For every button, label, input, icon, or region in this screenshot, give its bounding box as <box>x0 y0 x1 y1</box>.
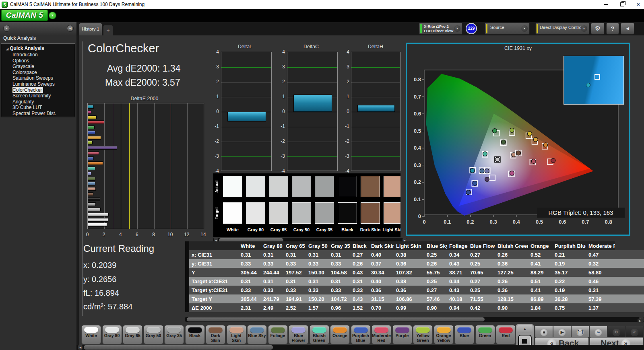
sidebar-item-screen-uniformity[interactable]: Screen Uniformity <box>1 93 75 99</box>
sidebar-item-introduction[interactable]: Introduction <box>1 52 75 58</box>
pattern-button-label: Gray 80 <box>103 334 122 338</box>
table-scrollbar[interactable]: ▶ <box>185 317 644 322</box>
cell: 2.31 <box>238 303 261 312</box>
pattern-button-gray-35[interactable]: Gray 35 <box>164 325 184 344</box>
stop-button[interactable]: ■ <box>535 326 553 337</box>
settings-button[interactable]: ⚙ <box>591 23 605 35</box>
color-chip <box>208 327 223 333</box>
scroll-thumb[interactable] <box>187 317 485 321</box>
pattern-button-light-skin[interactable]: Light Skin <box>227 325 246 344</box>
meter-dropdown[interactable]: X-Rite i1Pro 2 LCD Direct View ▼ <box>419 23 462 35</box>
pattern-button-blue-flower[interactable]: Blue Flower <box>289 325 308 344</box>
cell: 128.15 <box>495 294 528 303</box>
cell: 0.33 <box>261 259 283 268</box>
deltae-chart-title: DeltaE 2000 <box>85 96 204 101</box>
pattern-button-purple[interactable]: Purple <box>392 325 412 344</box>
pattern-button-moderate-red[interactable]: Moderate Red <box>372 325 391 344</box>
pattern-button-label: Green <box>476 334 495 338</box>
pattern-button-orange-yellow[interactable]: Orange Yellow <box>434 325 454 344</box>
gridline <box>351 82 400 82</box>
cell: 0.26 <box>350 259 369 268</box>
pattern-button-gray-65[interactable]: Gray 65 <box>123 325 142 344</box>
cell: 0.43 <box>350 294 369 303</box>
minimize-button[interactable] <box>604 4 608 5</box>
sidebar-item-angularity[interactable]: Angularity <box>1 99 75 105</box>
pattern-button-dark-skin[interactable]: Dark Skin <box>206 325 225 344</box>
window-title: CalMAN 5 CalMAN Ultimate for Business 10… <box>10 2 144 7</box>
meter-count-badge[interactable]: 229 <box>466 23 477 34</box>
sidebar-item-luminance-sweeps[interactable]: Luminance Sweeps <box>1 81 75 87</box>
cell: 0.27 <box>468 277 495 286</box>
pattern-button-gray-80[interactable]: Gray 80 <box>102 325 122 344</box>
pattern-button-red[interactable]: Red <box>496 325 516 344</box>
sidebar-title: Quick Analysis <box>3 35 36 41</box>
close-button[interactable]: × <box>636 0 640 8</box>
color-chip <box>167 327 181 333</box>
measurement-transport: ■▶[··]∞↻✓ <box>535 326 644 337</box>
button-row-scroll-right[interactable]: ▶ <box>638 319 643 323</box>
pattern-button-blue-sky[interactable]: Blue Sky <box>247 325 267 344</box>
sidebar-item-3d-cube-lut[interactable]: 3D Cube LUT <box>1 105 75 111</box>
pattern-button-yellow-green[interactable]: Yellow Green <box>413 325 433 344</box>
table-row-x-cie31: x: CIE310.310.310.310.310.310.270.400.38… <box>185 250 644 259</box>
pattern-button-purplish-blue[interactable]: Purplish Blue <box>351 325 371 344</box>
measured-point-marker <box>586 83 590 87</box>
pattern-button-blue[interactable]: Blue <box>454 325 474 344</box>
help-button[interactable]: ? <box>606 23 619 35</box>
logo-menu-button[interactable]: ▼ <box>49 12 56 19</box>
cell: 0.36 <box>394 286 424 294</box>
sidebar-collapse-button[interactable]: ◀ <box>67 25 74 32</box>
axis-tick-label: -4 <box>341 168 349 174</box>
pattern-button-white[interactable]: White <box>81 325 101 344</box>
svg-text:0.3: 0.3 <box>490 219 497 225</box>
pattern-button-foliage[interactable]: Foliage <box>268 325 288 344</box>
swatch-column-label: Black <box>335 227 359 232</box>
sidebar-options-button[interactable]: ● <box>3 25 10 32</box>
restore-button[interactable] <box>620 2 624 6</box>
sidebar-item-options[interactable]: Options <box>1 58 75 64</box>
cell: 0.25 <box>468 259 495 268</box>
svg-text:0.2: 0.2 <box>414 179 421 185</box>
pattern-button-orange[interactable]: Orange <box>330 325 350 344</box>
pattern-button-gray-50[interactable]: Gray 50 <box>144 325 163 344</box>
scroll-thumb[interactable] <box>84 345 273 350</box>
cell: 0.27 <box>468 250 495 259</box>
axis-tick-label: 0 <box>277 109 285 114</box>
collapse-panel-button[interactable]: ◀ <box>621 23 634 35</box>
sidebar-item-saturation-sweeps[interactable]: Saturation Sweeps <box>1 75 75 81</box>
sidebar-item-spectral-power-dist-[interactable]: Spectral Power Dist. <box>1 111 75 117</box>
max-de2000-value: Max dE2000: 3.57 <box>105 77 180 88</box>
sidebar-item-colorchecker[interactable]: ColorChecker <box>1 87 75 93</box>
page-scrollbar[interactable]: ◀ <box>76 345 644 350</box>
tab-history-1[interactable]: History 1 <box>79 23 102 35</box>
pattern-button-bluish-green[interactable]: Bluish Green <box>310 325 329 344</box>
pattern-button-label: Bluish Green <box>310 334 329 343</box>
sidebar-item-grayscale[interactable]: Grayscale <box>1 64 75 70</box>
source-dropdown[interactable]: Source ▼ <box>485 23 530 35</box>
continuous-read-button[interactable]: ∞ <box>589 326 607 337</box>
sidebar-splitter[interactable] <box>76 35 79 350</box>
pattern-button-black[interactable]: Black <box>185 325 205 344</box>
pattern-widget-expand-button[interactable]: ▲ <box>517 325 533 333</box>
confirm-button[interactable]: ✓ <box>625 326 644 337</box>
cell: 0.25 <box>424 277 447 286</box>
cell: 0.96 <box>328 303 350 312</box>
pattern-button-green[interactable]: Green <box>475 325 495 344</box>
cell: 241.79 <box>261 294 283 303</box>
refresh-button[interactable]: ↻ <box>607 326 625 337</box>
cell: 40.18 <box>447 294 468 303</box>
step-read-button[interactable]: [··] <box>571 326 589 337</box>
cell: 0.33 <box>238 259 261 268</box>
play-button[interactable]: ▶ <box>553 326 571 337</box>
cell: 0.19 <box>552 286 586 294</box>
sidebar-item-colorspace[interactable]: Colorspace <box>1 70 75 76</box>
scroll-left-icon[interactable]: ◀ <box>78 345 83 350</box>
cell: 0.70 <box>369 303 394 312</box>
sidebar-tree-root[interactable]: ◢Quick Analysis <box>1 45 75 52</box>
column-header-dark-skin: Dark Skin <box>369 241 394 250</box>
svg-text:0.7: 0.7 <box>414 94 421 100</box>
swatch-column-label: Gray 35 <box>312 227 336 232</box>
display-control-dropdown[interactable]: Direct Display Control ▼ <box>535 23 589 35</box>
calman-logo[interactable]: CalMAN 5 <box>1 10 48 21</box>
new-tab-button[interactable]: + <box>103 25 113 35</box>
